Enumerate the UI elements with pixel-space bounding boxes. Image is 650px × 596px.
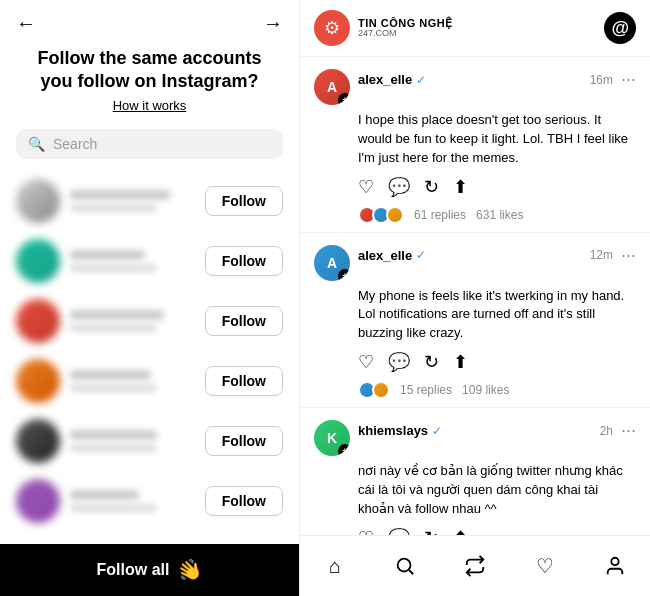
user-info xyxy=(70,430,195,452)
follow-all-label: Follow all xyxy=(97,561,170,579)
post-actions: ♡ 💬 ↻ ⬆ xyxy=(358,176,636,198)
follow-all-bar[interactable]: Follow all 👋 xyxy=(0,544,299,596)
post-time: 2h xyxy=(600,424,613,438)
follow-button-4[interactable]: Follow xyxy=(205,366,283,396)
follow-button-6[interactable]: Follow xyxy=(205,486,283,516)
avatar xyxy=(16,239,60,283)
repost-icon[interactable]: ↻ xyxy=(424,527,439,535)
user-info xyxy=(70,490,195,512)
share-icon[interactable]: ⬆ xyxy=(453,527,468,535)
hand-icon: 👋 xyxy=(174,554,206,585)
gear-icon: ⚙ xyxy=(314,10,350,46)
how-it-works-link[interactable]: How it works xyxy=(24,98,275,113)
post-actions: ♡ 💬 ↻ ⬆ xyxy=(358,527,636,535)
like-icon[interactable]: ♡ xyxy=(358,527,374,535)
nav-heart[interactable]: ♡ xyxy=(525,546,565,586)
post-header: A + alex_elle ✓ 16m ··· xyxy=(314,69,636,105)
list-item: Follow xyxy=(0,351,299,411)
comment-icon[interactable]: 💬 xyxy=(388,351,410,373)
post-username: alex_elle xyxy=(358,248,412,263)
like-icon[interactable]: ♡ xyxy=(358,176,374,198)
svg-point-2 xyxy=(611,558,618,565)
post-time: 12m xyxy=(590,248,613,262)
left-header: ← → xyxy=(0,0,299,47)
post-header: K + khiemslays ✓ 2h ··· xyxy=(314,420,636,456)
brand-text: TIN CÔNG NGHỆ 247.COM xyxy=(358,17,453,39)
post-username: khiemslays xyxy=(358,423,428,438)
user-info xyxy=(70,250,195,272)
feed: A + alex_elle ✓ 16m ··· I hope this plac… xyxy=(300,57,650,535)
share-icon[interactable]: ⬆ xyxy=(453,351,468,373)
follow-list: Follow Follow Follow xyxy=(0,167,299,596)
search-placeholder: Search xyxy=(53,136,97,152)
like-count: 631 likes xyxy=(476,208,523,222)
add-icon[interactable]: + xyxy=(338,269,350,281)
user-info xyxy=(70,370,195,392)
avatar xyxy=(16,419,60,463)
left-panel: ← → Follow the same accounts you follow … xyxy=(0,0,300,596)
user-info xyxy=(70,190,195,212)
list-item: Follow xyxy=(0,411,299,471)
nav-home[interactable]: ⌂ xyxy=(315,546,355,586)
repost-icon[interactable]: ↻ xyxy=(424,176,439,198)
repost-icon[interactable]: ↻ xyxy=(424,351,439,373)
follow-button-5[interactable]: Follow xyxy=(205,426,283,456)
avatar xyxy=(16,179,60,223)
post-meta: alex_elle ✓ 12m ··· xyxy=(358,245,636,266)
post-content: nơi này về cơ bản là giống twitter nhưng… xyxy=(358,462,636,519)
right-header: ⚙ TIN CÔNG NGHỆ 247.COM @ xyxy=(300,0,650,57)
nav-search[interactable] xyxy=(385,546,425,586)
back-arrow[interactable]: ← xyxy=(16,12,36,35)
brand-sub: 247.COM xyxy=(358,29,453,39)
stat-avatar xyxy=(386,206,404,224)
comment-icon[interactable]: 💬 xyxy=(388,527,410,535)
brand-logo: ⚙ TIN CÔNG NGHỆ 247.COM xyxy=(314,10,453,46)
post-header: A + alex_elle ✓ 12m ··· xyxy=(314,245,636,281)
post-3: K + khiemslays ✓ 2h ··· nơi này về cơ bả… xyxy=(300,408,650,535)
title-area: Follow the same accounts you follow on I… xyxy=(0,47,299,121)
forward-arrow[interactable]: → xyxy=(263,12,283,35)
list-item: Follow xyxy=(0,231,299,291)
post-2: A + alex_elle ✓ 12m ··· My phone is feel… xyxy=(300,233,650,409)
verified-badge: ✓ xyxy=(416,73,426,87)
nav-repost[interactable] xyxy=(455,546,495,586)
comment-icon[interactable]: 💬 xyxy=(388,176,410,198)
reply-count: 61 replies xyxy=(414,208,466,222)
like-count: 109 likes xyxy=(462,383,509,397)
add-icon[interactable]: + xyxy=(338,93,350,105)
verified-badge: ✓ xyxy=(416,248,426,262)
post-content: I hope this place doesn't get too seriou… xyxy=(358,111,636,168)
post-time: 16m xyxy=(590,73,613,87)
more-options-icon[interactable]: ··· xyxy=(621,245,636,266)
avatar: A + xyxy=(314,69,350,105)
bottom-nav: ⌂ ♡ xyxy=(300,535,650,596)
list-item: Follow xyxy=(0,171,299,231)
avatar xyxy=(16,299,60,343)
nav-profile[interactable] xyxy=(595,546,635,586)
more-options-icon[interactable]: ··· xyxy=(621,69,636,90)
threads-icon: @ xyxy=(604,12,636,44)
post-actions: ♡ 💬 ↻ ⬆ xyxy=(358,351,636,373)
svg-point-0 xyxy=(398,559,411,572)
post-meta: khiemslays ✓ 2h ··· xyxy=(358,420,636,441)
follow-button-3[interactable]: Follow xyxy=(205,306,283,336)
follow-button-2[interactable]: Follow xyxy=(205,246,283,276)
like-icon[interactable]: ♡ xyxy=(358,351,374,373)
more-options-icon[interactable]: ··· xyxy=(621,420,636,441)
post-content: My phone is feels like it's twerking in … xyxy=(358,287,636,344)
follow-button-1[interactable]: Follow xyxy=(205,186,283,216)
post-meta: alex_elle ✓ 16m ··· xyxy=(358,69,636,90)
list-item: Follow xyxy=(0,291,299,351)
stat-avatar xyxy=(372,381,390,399)
svg-line-1 xyxy=(409,570,413,574)
list-item: Follow xyxy=(0,471,299,531)
add-icon[interactable]: + xyxy=(338,444,350,456)
search-bar[interactable]: 🔍 Search xyxy=(16,129,283,159)
post-stats: 15 replies 109 likes xyxy=(358,381,636,399)
user-info xyxy=(70,310,195,332)
share-icon[interactable]: ⬆ xyxy=(453,176,468,198)
post-stats: 61 replies 631 likes xyxy=(358,206,636,224)
avatar: A + xyxy=(314,245,350,281)
avatar xyxy=(16,359,60,403)
avatar: K + xyxy=(314,420,350,456)
